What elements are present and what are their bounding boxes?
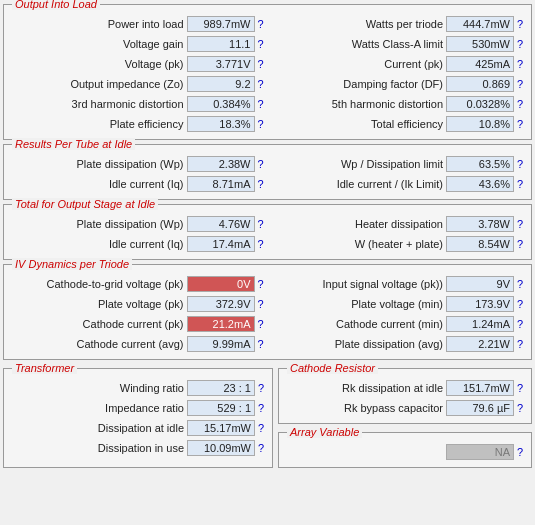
help-icon[interactable]: ?: [258, 58, 268, 70]
field-value: 10.09mW: [187, 440, 255, 456]
field-label: Input signal voltage (pk)): [268, 278, 447, 290]
field-label: Plate dissipation (Wp): [8, 218, 187, 230]
field-value: 425mA: [446, 56, 514, 72]
field-row: Idle current (Iq)17.4mA?: [8, 235, 268, 253]
field-value: 10.8%: [446, 116, 514, 132]
field-value: 63.5%: [446, 156, 514, 172]
field-row: Plate voltage (pk)372.9V?: [8, 295, 268, 313]
field-value: 43.6%: [446, 176, 514, 192]
help-icon[interactable]: ?: [258, 118, 268, 130]
field-label: Watts Class-A limit: [268, 38, 447, 50]
help-icon[interactable]: ?: [517, 158, 527, 170]
help-icon[interactable]: ?: [517, 446, 527, 458]
field-label: Watts per triode: [268, 18, 447, 30]
help-icon[interactable]: ?: [258, 338, 268, 350]
field-label: Rk dissipation at idle: [283, 382, 446, 394]
field-value: 530mW: [446, 36, 514, 52]
help-icon[interactable]: ?: [258, 98, 268, 110]
help-icon[interactable]: ?: [258, 38, 268, 50]
help-icon[interactable]: ?: [258, 298, 268, 310]
help-icon[interactable]: ?: [517, 382, 527, 394]
help-icon[interactable]: ?: [517, 178, 527, 190]
field-label: Heater dissipation: [268, 218, 447, 230]
output-section: Output Into Load Power into load989.7mW?…: [3, 4, 532, 140]
field-label: Plate voltage (pk): [8, 298, 187, 310]
field-row: Voltage gain11.1?: [8, 35, 268, 53]
field-label: 3rd harmonic distortion: [8, 98, 187, 110]
field-label: Plate dissipation (avg): [268, 338, 447, 350]
help-icon[interactable]: ?: [517, 318, 527, 330]
field-value: 3.771V: [187, 56, 255, 72]
results-title: Results Per Tube at Idle: [12, 138, 135, 150]
field-label: Plate dissipation (Wp): [8, 158, 187, 170]
field-value: 9.99mA: [187, 336, 255, 352]
field-label: Winding ratio: [8, 382, 187, 394]
field-value: 173.9V: [446, 296, 514, 312]
help-icon[interactable]: ?: [258, 238, 268, 250]
field-row: Damping factor (DF)0.869?: [268, 75, 528, 93]
field-value: 17.4mA: [187, 236, 255, 252]
field-label: 5th harmonic distortion: [268, 98, 447, 110]
help-icon[interactable]: ?: [517, 338, 527, 350]
help-icon[interactable]: ?: [517, 38, 527, 50]
help-icon[interactable]: ?: [517, 218, 527, 230]
transformer-title: Transformer: [12, 362, 77, 374]
help-icon[interactable]: ?: [258, 442, 268, 454]
field-row: Rk bypass capacitor79.6 µF?: [283, 399, 527, 417]
field-value: 23 : 1: [187, 380, 255, 396]
help-icon[interactable]: ?: [258, 178, 268, 190]
field-value: 9.2: [187, 76, 255, 92]
help-icon[interactable]: ?: [517, 238, 527, 250]
help-icon[interactable]: ?: [258, 382, 268, 394]
field-row: Current (pk)425mA?: [268, 55, 528, 73]
help-icon[interactable]: ?: [517, 98, 527, 110]
field-value: 9V: [446, 276, 514, 292]
field-label: Cathode current (avg): [8, 338, 187, 350]
help-icon[interactable]: ?: [517, 58, 527, 70]
field-label: Voltage gain: [8, 38, 187, 50]
field-row: Cathode current (min)1.24mA?: [268, 315, 528, 333]
field-label: Idle current (Iq): [8, 238, 187, 250]
help-icon[interactable]: ?: [517, 18, 527, 30]
help-icon[interactable]: ?: [258, 218, 268, 230]
transformer-section: Transformer Winding ratio23 : 1?Impedanc…: [3, 368, 273, 468]
help-icon[interactable]: ?: [517, 402, 527, 414]
field-row: Plate efficiency18.3%?: [8, 115, 268, 133]
array-title: Array Variable: [287, 426, 362, 438]
help-icon[interactable]: ?: [517, 278, 527, 290]
field-label: Dissipation at idle: [8, 422, 187, 434]
field-value: 151.7mW: [446, 380, 514, 396]
help-icon[interactable]: ?: [258, 278, 268, 290]
field-value: 2.38W: [187, 156, 255, 172]
field-value: 1.24mA: [446, 316, 514, 332]
field-value: 79.6 µF: [446, 400, 514, 416]
help-icon[interactable]: ?: [258, 158, 268, 170]
field-row: 3rd harmonic distortion0.384%?: [8, 95, 268, 113]
field-row: Heater dissipation3.78W?: [268, 215, 528, 233]
field-row: Idle current (Iq)8.71mA?: [8, 175, 268, 193]
help-icon[interactable]: ?: [258, 318, 268, 330]
field-value: 8.54W: [446, 236, 514, 252]
field-row: Impedance ratio529 : 1?: [8, 399, 268, 417]
field-value: 8.71mA: [187, 176, 255, 192]
help-icon[interactable]: ?: [258, 18, 268, 30]
total-title: Total for Output Stage at Idle: [12, 198, 158, 210]
help-icon[interactable]: ?: [258, 78, 268, 90]
field-row: Total efficiency10.8%?: [268, 115, 528, 133]
field-value: 11.1: [187, 36, 255, 52]
field-row: Voltage (pk)3.771V?: [8, 55, 268, 73]
field-row: Plate dissipation (Wp)2.38W?: [8, 155, 268, 173]
field-row: Plate dissipation (avg)2.21W?: [268, 335, 528, 353]
field-label: Impedance ratio: [8, 402, 187, 414]
help-icon[interactable]: ?: [517, 118, 527, 130]
field-row: Cathode current (pk)21.2mA?: [8, 315, 268, 333]
field-value: 0.384%: [187, 96, 255, 112]
field-row: Wp / Dissipation limit63.5%?: [268, 155, 528, 173]
field-row: Rk dissipation at idle151.7mW?: [283, 379, 527, 397]
help-icon[interactable]: ?: [258, 422, 268, 434]
iv-section: IV Dynamics per Triode Cathode-to-grid v…: [3, 264, 532, 360]
help-icon[interactable]: ?: [258, 402, 268, 414]
field-row: Power into load989.7mW?: [8, 15, 268, 33]
help-icon[interactable]: ?: [517, 78, 527, 90]
help-icon[interactable]: ?: [517, 298, 527, 310]
